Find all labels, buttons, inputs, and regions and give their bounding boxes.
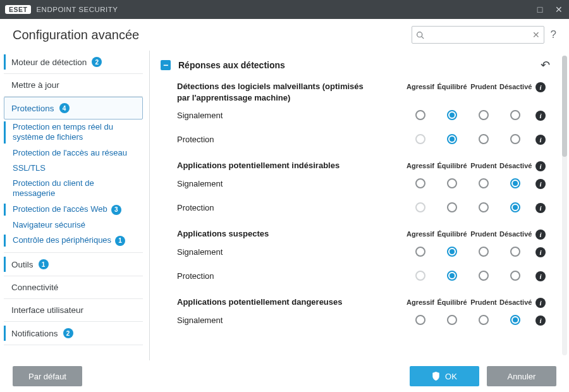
setting-label: Signalement [177,179,223,188]
info-icon[interactable]: i [535,247,546,257]
setting-label: Signalement [177,111,223,120]
radio-option[interactable] [479,271,489,281]
collapse-icon[interactable]: − [161,60,171,70]
sidebar-item-update[interactable]: Mettre à jour [4,74,143,96]
info-icon[interactable]: i [535,161,546,171]
sidebar-subitem-devctl[interactable]: Contrôle des périphériques1 [4,233,143,248]
sidebar-subitem-net[interactable]: Protection de l'accès au réseau [4,145,143,161]
default-button[interactable]: Par défaut [13,366,82,386]
radio-option[interactable] [479,315,489,325]
radio-option [415,271,425,281]
column-header: Agressif [405,83,436,90]
help-button[interactable]: ? [551,28,556,41]
section-title: Applications potentiellement dangereuses [177,297,343,308]
radio-option[interactable] [510,202,520,212]
brand: ESET ENDPOINT SECURITY [5,5,118,14]
sidebar-item-detection[interactable]: Moteur de détection2 [4,51,143,73]
radio-option[interactable] [415,315,425,325]
window-titlebar: ESET ENDPOINT SECURITY □ ✕ [0,0,569,19]
setting-row: Signalementi [177,308,550,332]
search-box[interactable]: ✕ [412,26,544,44]
info-icon[interactable]: i [535,111,546,121]
search-icon [416,31,424,39]
sidebar-subitem-label: Protection en temps réel du système de f… [13,122,113,142]
radio-option[interactable] [479,247,489,257]
radio-option[interactable] [479,110,489,120]
sidebar-item-ui[interactable]: Interface utilisateur [4,299,143,321]
clear-search-icon[interactable]: ✕ [532,30,540,40]
info-icon[interactable]: i [535,135,546,145]
radio-option[interactable] [510,271,520,281]
radio-option[interactable] [447,271,457,281]
sidebar-item-label: Moteur de détection [11,58,87,67]
sidebar-subitem-label: Contrôle des périphériques [13,235,111,245]
search-input[interactable] [424,30,532,39]
radio-option[interactable] [415,178,425,188]
sidebar-subitem-label: Protection de l'accès au réseau [13,148,127,157]
column-header: Prudent [468,162,499,169]
undo-icon[interactable]: ↶ [541,58,550,72]
radio-option[interactable] [415,247,425,257]
radio-option[interactable] [447,110,457,120]
sidebar: Moteur de détection2Mettre à jourProtect… [0,51,147,360]
sidebar-subitem-ssl[interactable]: SSL/TLS [4,161,143,176]
info-icon[interactable]: i [535,203,546,213]
panel-title: Réponses aux détections [178,60,285,70]
page-title: Configuration avancée [13,28,139,42]
column-header: Équilibré [436,83,468,90]
sidebar-subitem-rtfs[interactable]: Protection en temps réel du système de f… [4,119,143,145]
setting-row: Protectioni [177,127,550,151]
radio-option[interactable] [510,134,520,144]
setting-row: Signalementi [177,103,550,127]
vertical-scrollbar[interactable] [562,56,567,355]
sidebar-item-tools[interactable]: Outils1 [4,253,143,276]
radio-option[interactable] [447,315,457,325]
shield-icon [432,372,440,381]
main-panel: −Réponses aux détections↶Détections des … [152,51,569,360]
badge: 1 [115,236,125,246]
column-header: Prudent [468,298,499,306]
radio-option[interactable] [479,178,489,188]
info-icon[interactable]: i [535,230,546,240]
sidebar-item-label: Outils [11,260,34,269]
radio-option[interactable] [510,247,520,257]
setting-label: Protection [177,203,214,212]
window-close-icon[interactable]: ✕ [554,4,564,15]
sidebar-subitem-web[interactable]: Protection de l'accès Web3 [4,202,143,217]
sidebar-item-protections[interactable]: Protections4 [4,97,143,119]
brand-logo: ESET [5,5,31,14]
ok-button[interactable]: OK [410,366,479,386]
sidebar-subitem-mail[interactable]: Protection du client de messagerie [4,176,143,202]
ok-button-label: OK [445,372,457,381]
sidebar-subitem-browser[interactable]: Navigateur sécurisé [4,217,143,233]
info-icon[interactable]: i [535,315,546,326]
info-icon[interactable]: i [535,82,546,92]
section-title: Détections des logiciels malveillants (o… [177,81,367,103]
radio-option[interactable] [510,315,520,325]
sidebar-item-label: Interface utilisateur [11,305,83,315]
cancel-button[interactable]: Annuler [487,366,556,386]
info-icon[interactable]: i [535,271,546,281]
sidebar-item-notifications[interactable]: Notifications2 [4,322,143,345]
sidebar-item-connectivity[interactable]: Connectivité [4,276,143,298]
info-icon[interactable]: i [535,179,546,189]
column-header: Agressif [405,230,436,238]
radio-option[interactable] [447,247,457,257]
radio-option[interactable] [479,202,489,212]
radio-option[interactable] [479,134,489,144]
footer: Par défaut OK Annuler [0,360,569,392]
window-buttons: □ ✕ [535,4,564,15]
radio-option[interactable] [510,110,520,120]
radio-option[interactable] [447,202,457,212]
setting-label: Signalement [177,247,223,257]
info-icon[interactable]: i [535,298,546,308]
setting-row: Protectioni [177,264,550,288]
radio-option[interactable] [447,134,457,144]
radio-option[interactable] [447,178,457,188]
radio-option[interactable] [415,110,425,120]
window-maximize-icon[interactable]: □ [535,4,545,15]
radio-option[interactable] [510,178,520,188]
badge: 3 [111,205,121,215]
scrollbar-thumb[interactable] [562,56,567,157]
setting-row: Protectioni [177,195,550,219]
